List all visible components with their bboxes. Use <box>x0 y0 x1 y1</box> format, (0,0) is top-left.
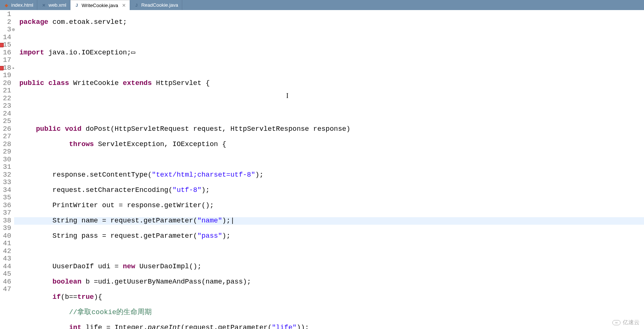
tab-write-cookie[interactable]: J WriteCookie.java ✕ <box>70 0 130 10</box>
xml-icon: ✕ <box>41 3 46 8</box>
tab-label: web.xml <box>48 2 66 8</box>
java-icon: J <box>134 3 139 8</box>
line-gutter: 1 2 3 14 15 16 17 18 19 20 21 22 23 24 2… <box>0 10 14 329</box>
tab-label: index.html <box>11 2 33 8</box>
java-icon: J <box>74 3 79 8</box>
editor: 1 2 3 14 15 16 17 18 19 20 21 22 23 24 2… <box>0 10 644 329</box>
html-icon: ◆ <box>4 3 9 8</box>
text-cursor-icon: I <box>286 92 288 100</box>
tab-label: WriteCookie.java <box>82 3 118 8</box>
close-icon[interactable]: ✕ <box>120 3 126 8</box>
watermark: ∞ 亿速云 <box>612 319 640 326</box>
tab-read-cookie[interactable]: J ReadCookie.java <box>130 0 182 10</box>
code-area[interactable]: package com.etoak.servlet; import java.i… <box>14 10 644 329</box>
watermark-label: 亿速云 <box>623 319 640 326</box>
tab-bar: ◆ index.html ✕ web.xml J WriteCookie.jav… <box>0 0 644 10</box>
tab-index-html[interactable]: ◆ index.html <box>0 0 37 10</box>
logo-icon: ∞ <box>612 320 621 325</box>
tab-label: ReadCookie.java <box>141 2 178 8</box>
tab-web-xml[interactable]: ✕ web.xml <box>37 0 70 10</box>
